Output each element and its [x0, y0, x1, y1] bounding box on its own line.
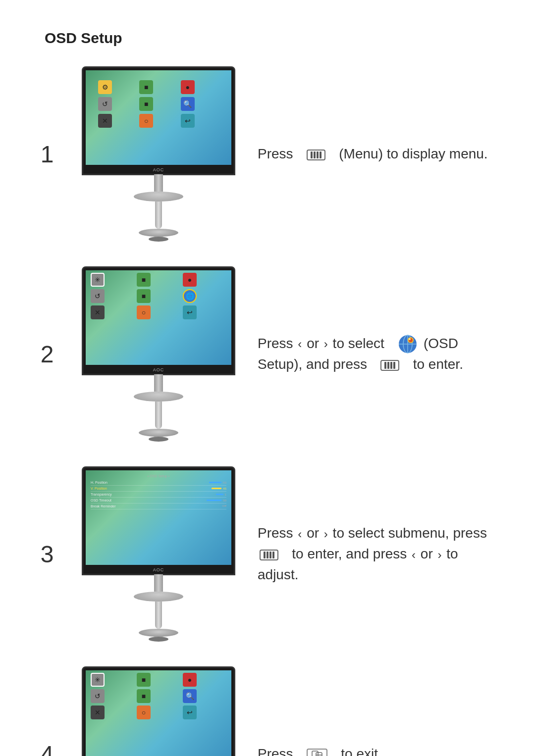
icon-4-2: ■: [137, 673, 151, 687]
bar2-4: [393, 362, 395, 369]
submenu-item-5: Break Reminder Off: [91, 504, 226, 509]
icon-4-1: ✳: [91, 673, 105, 687]
bar3: [317, 151, 319, 158]
chevron-right-1: ›: [324, 335, 328, 353]
bar2: [314, 151, 316, 158]
menu-button-2[interactable]: [380, 360, 399, 371]
step-4-number: 4: [35, 741, 59, 756]
icon-2-4: ↺: [91, 289, 105, 303]
step-1-instruction: Press (Menu) to display menu.: [258, 144, 500, 164]
stand-neck-1: [154, 174, 163, 192]
stand-pole-2: [155, 402, 162, 429]
bar3-4: [272, 552, 274, 558]
icon-2-2: ■: [137, 273, 151, 287]
stand-foot-2: [139, 429, 178, 437]
stand-neck-3: [154, 574, 163, 592]
step-3-line1: Press: [258, 525, 293, 541]
icon-8: ○: [139, 114, 153, 128]
submenu-label-5: Break Reminder: [91, 504, 116, 508]
icon-2-1: ✳: [91, 273, 105, 287]
monitor-1-brand: AOC: [153, 167, 164, 172]
icon-4-9: ↩: [183, 706, 197, 719]
screen-4: ✳ ■ ● ↺ ■ 🔍 ✕ ○ ↩: [86, 670, 231, 756]
osd-icons-2: ✳ ■ ● ↺ ■ 🌐 ✕ ○ ↩: [86, 270, 231, 322]
icon-7: ✕: [98, 114, 112, 128]
icon-2-7: ✕: [91, 305, 105, 319]
icon-4-7: ✕: [91, 706, 105, 719]
or-3b: or: [421, 546, 437, 561]
page-content: OSD Setup 1 ⚙ ■ ● ↺ ■ 🔍 ✕ ○ ↩: [0, 0, 535, 756]
step-3-to: to: [446, 546, 458, 561]
icon-4: ↺: [98, 97, 112, 111]
step-3-monitor: ▪ OSD Setup ▪ H. Position 50 V. Position…: [79, 466, 238, 642]
setup-text: Setup), and press: [258, 356, 367, 372]
bar-2: 45: [212, 487, 226, 490]
svg-rect-7: [312, 751, 318, 756]
bar2-2: [387, 362, 389, 369]
step-2-instruction: Press ‹ or › to select (OSD Setup), and …: [258, 333, 500, 375]
submenu-item-1: H. Position 50: [91, 480, 226, 486]
monitor-4: ✳ ■ ● ↺ ■ 🔍 ✕ ○ ↩ AOC: [82, 666, 235, 756]
submenu-label-2: V. Position: [91, 487, 107, 490]
monitor-2-brand: AOC: [153, 367, 164, 372]
icon-4-8: ○: [137, 706, 151, 719]
stand-pole-1: [155, 202, 162, 229]
exit-button[interactable]: [307, 749, 327, 756]
stand-pole-3: [155, 602, 162, 629]
screen-1: ⚙ ■ ● ↺ ■ 🔍 ✕ ○ ↩: [86, 70, 231, 165]
exit-icon: [312, 751, 322, 756]
step-1-number: 1: [35, 141, 59, 168]
icon-3: ●: [181, 80, 195, 94]
submenu-label-4: OSD Timeout: [91, 499, 111, 502]
submenu-item-2: V. Position 45: [91, 486, 226, 492]
stand-base-2: [134, 392, 183, 402]
stand-foot-1: [139, 229, 178, 237]
page-title: OSD Setup: [45, 30, 500, 47]
bar2-1: [384, 362, 386, 369]
icon-1: ⚙: [98, 80, 112, 94]
icon-2-9: ↩: [183, 305, 197, 319]
icon-5: ■: [139, 97, 153, 111]
icon-2-8: ○: [137, 305, 151, 319]
step-3-mid1: to select submenu, press: [333, 525, 487, 541]
icon-4-6: 🔍: [183, 689, 197, 703]
icon-2: ■: [139, 80, 153, 94]
osd-submenu: ▪ OSD Setup ▪ H. Position 50 V. Position…: [86, 470, 231, 513]
submenu-header: ▪ OSD Setup ▪: [91, 474, 226, 478]
submenu-item-4: OSD Timeout 30: [91, 498, 226, 504]
step-2-monitor: ✳ ■ ● ↺ ■ 🌐 ✕ ○ ↩ AOC: [79, 266, 238, 442]
bar-4: 30: [207, 499, 226, 502]
screen-2: ✳ ■ ● ↺ ■ 🌐 ✕ ○ ↩: [86, 270, 231, 365]
step-2-number: 2: [35, 341, 59, 368]
stand-base-1: [134, 192, 183, 202]
bar2-3: [390, 362, 392, 369]
monitor-3-brand: AOC: [153, 567, 164, 572]
osd-setup-label: (OSD: [424, 336, 458, 351]
menu-button-3[interactable]: [260, 550, 278, 560]
submenu-label-1: H. Position: [91, 481, 107, 484]
submenu-item-3: Transparency 1: [91, 492, 226, 498]
icon-2-3: ●: [183, 273, 197, 287]
step-4-row: 4 ✳ ■ ● ↺ ■ 🔍 ✕ ○ ↩ AOC: [35, 666, 500, 756]
bar1: [311, 151, 313, 158]
stand-foot-3: [139, 629, 178, 637]
screen-3: ▪ OSD Setup ▪ H. Position 50 V. Position…: [86, 470, 231, 565]
osd-icons-4: ✳ ■ ● ↺ ■ 🔍 ✕ ○ ↩: [86, 670, 231, 722]
or-1: or: [307, 336, 323, 351]
icon-2-6-globe: 🌐: [183, 289, 197, 303]
step-2-prefix: Press: [258, 336, 293, 351]
bar3-2: [267, 552, 268, 558]
step-4-end: to exit.: [341, 746, 381, 756]
icon-6: 🔍: [181, 97, 195, 111]
stand-2: [134, 374, 183, 442]
submenu-label-3: Transparency: [91, 493, 112, 496]
menu-button-1[interactable]: [307, 150, 325, 160]
step-1-prefix: Press: [258, 146, 293, 161]
or-3a: or: [307, 525, 323, 541]
stand-foot-small-2: [149, 437, 168, 442]
step-1-monitor: ⚙ ■ ● ↺ ■ 🔍 ✕ ○ ↩ AOC: [79, 66, 238, 242]
step-3-mid2: to enter, and press: [292, 546, 407, 561]
bar3-3: [269, 552, 271, 558]
chevron-left-1: ‹: [298, 335, 302, 353]
globe-icon: [398, 334, 418, 354]
